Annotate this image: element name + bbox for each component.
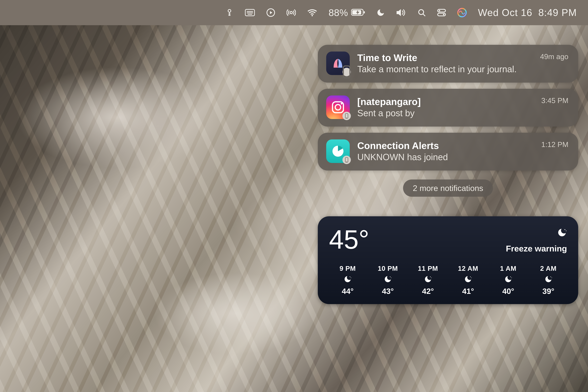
svg-point-34: [351, 278, 352, 278]
connection-alerts-app-icon: [326, 140, 350, 163]
notification-instagram[interactable]: [natepangaro] Sent a post by 3:45 PM: [318, 89, 578, 126]
notification-connection-alerts[interactable]: Connection Alerts UNKNOWN has joined 1:1…: [318, 133, 578, 170]
menu-bar: 88%: [0, 0, 588, 25]
instagram-app-icon: [326, 96, 350, 119]
notification-subtitle: Take a moment to reflect in your journal…: [357, 64, 532, 74]
volume-menubar-icon[interactable]: [396, 9, 406, 16]
notification-body: Connection Alerts UNKNOWN has joined: [357, 140, 534, 162]
notification-timestamp: 3:45 PM: [541, 96, 568, 105]
weather-hour-label: 10 PM: [378, 264, 398, 272]
svg-point-0: [228, 10, 231, 12]
iphone-device-badge-icon: [342, 112, 351, 120]
night-clear-icon: [504, 275, 512, 284]
weather-widget[interactable]: 45° Freeze warning 9 PM 44°: [318, 216, 578, 304]
weather-hour-item: 9 PM 44°: [329, 264, 366, 296]
weather-hour-label: 9 PM: [340, 264, 356, 272]
svg-point-37: [430, 276, 431, 277]
night-clear-icon: [384, 275, 392, 284]
wifi-menubar-icon[interactable]: [307, 9, 318, 16]
svg-point-8: [312, 15, 313, 16]
weather-hour-item: 1 AM 40°: [490, 264, 527, 296]
weather-hour-temp: 44°: [342, 286, 354, 296]
weather-alert-label: Freeze warning: [506, 244, 567, 254]
notification-subtitle: UNKNOWN has joined: [357, 152, 534, 162]
weather-current-temp: 45°: [329, 226, 369, 253]
notification-center: Time to Write Take a moment to reflect i…: [318, 45, 578, 304]
notification-body: [natepangaro] Sent a post by: [357, 96, 534, 118]
notification-timestamp: 49m ago: [540, 52, 568, 61]
svg-marker-6: [270, 11, 272, 14]
control-center-menubar-icon[interactable]: [437, 9, 446, 16]
spotlight-search-menubar-icon[interactable]: [418, 8, 426, 17]
airdrop-menubar-icon[interactable]: [286, 8, 296, 17]
svg-point-43: [550, 276, 551, 277]
keyboard-input-menubar-icon[interactable]: [245, 9, 255, 16]
svg-point-7: [290, 12, 292, 14]
svg-point-31: [564, 229, 565, 230]
svg-marker-13: [396, 9, 401, 16]
iphone-device-badge-icon: [342, 68, 351, 76]
battery-menubar-item[interactable]: 88%: [328, 7, 365, 18]
weather-hour-item: 12 AM 41°: [450, 264, 487, 296]
weather-hour-temp: 41°: [462, 286, 474, 296]
svg-point-32: [566, 230, 566, 231]
svg-point-17: [439, 10, 440, 11]
menubar-date: Wed Oct 16: [478, 7, 532, 18]
svg-rect-10: [364, 11, 365, 14]
battery-percent-label: 88%: [328, 7, 348, 18]
weather-hour-temp: 42°: [422, 286, 434, 296]
svg-point-36: [391, 278, 392, 278]
svg-point-40: [471, 278, 472, 278]
weather-hour-label: 12 AM: [458, 264, 478, 272]
notification-journal[interactable]: Time to Write Take a moment to reflect i…: [318, 45, 578, 82]
journal-app-icon: [326, 52, 350, 75]
svg-point-42: [511, 278, 512, 278]
night-clear-icon: [544, 275, 552, 284]
svg-point-19: [443, 14, 444, 15]
weather-hour-label: 1 AM: [500, 264, 516, 272]
svg-point-24: [335, 104, 341, 110]
menubar-time: 8:49 PM: [538, 7, 577, 18]
weather-hour-item: 11 PM 42°: [409, 264, 446, 296]
night-clear-icon: [424, 275, 432, 284]
svg-line-15: [423, 14, 425, 16]
svg-rect-26: [346, 114, 348, 118]
svg-point-39: [470, 276, 471, 277]
weather-hour-item: 2 AM 39°: [530, 264, 567, 296]
svg-point-38: [431, 278, 432, 278]
weather-hour-temp: 43°: [382, 286, 394, 296]
night-clear-icon: [557, 228, 567, 238]
weather-hourly-forecast: 9 PM 44° 10 PM 43° 11 PM 42°: [329, 264, 567, 296]
svg-point-33: [350, 276, 350, 277]
svg-point-44: [552, 278, 552, 278]
focus-dnd-menubar-icon[interactable]: [376, 8, 385, 17]
menubar-clock[interactable]: Wed Oct 16 8:49 PM: [478, 7, 577, 18]
battery-charging-icon: [351, 9, 365, 16]
svg-rect-21: [343, 66, 350, 78]
iphone-device-badge-icon: [342, 156, 351, 164]
night-clear-icon: [464, 275, 472, 284]
passwords-menubar-icon[interactable]: [225, 8, 234, 17]
weather-hour-label: 2 AM: [540, 264, 556, 272]
notification-body: Time to Write Take a moment to reflect i…: [357, 52, 532, 74]
night-clear-icon: [344, 275, 352, 284]
siri-menubar-icon[interactable]: [457, 8, 467, 17]
svg-rect-29: [346, 158, 348, 162]
notification-timestamp: 1:12 PM: [541, 140, 568, 149]
weather-hour-label: 11 PM: [418, 264, 438, 272]
svg-point-14: [419, 10, 424, 14]
notification-title: Time to Write: [357, 52, 532, 63]
now-playing-menubar-icon[interactable]: [266, 8, 276, 17]
svg-point-41: [510, 276, 511, 277]
weather-hour-temp: 39°: [542, 286, 554, 296]
weather-hour-temp: 40°: [502, 286, 514, 296]
notification-subtitle: Sent a post by: [357, 108, 534, 118]
more-notifications-button[interactable]: 2 more notifications: [403, 180, 493, 197]
svg-point-25: [340, 103, 342, 104]
weather-hour-item: 10 PM 43°: [369, 264, 406, 296]
notification-title: [natepangaro]: [357, 96, 534, 107]
notification-title: Connection Alerts: [357, 140, 534, 151]
svg-point-35: [390, 276, 390, 277]
